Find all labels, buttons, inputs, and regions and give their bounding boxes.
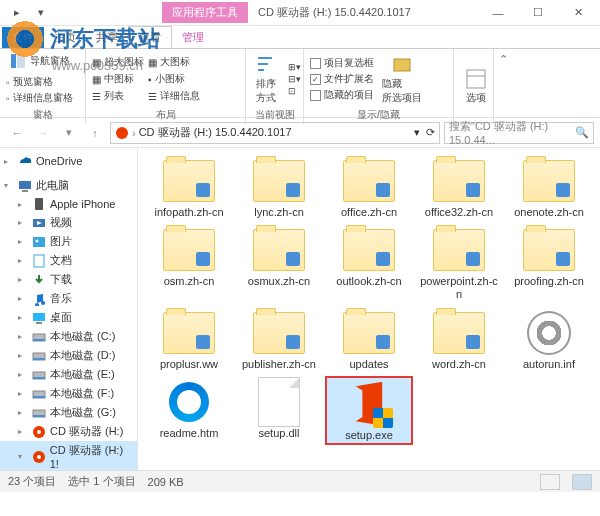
- file-item[interactable]: proplusr.ww: [146, 308, 232, 371]
- svg-rect-22: [33, 358, 45, 360]
- svg-point-30: [37, 430, 41, 434]
- close-button[interactable]: ✕: [558, 1, 598, 25]
- sidebar-item[interactable]: ▸下载: [0, 270, 137, 289]
- svg-rect-20: [33, 339, 45, 341]
- hide-selected-button[interactable]: 隐藏 所选项目: [378, 51, 426, 107]
- file-item[interactable]: word.zh-cn: [416, 308, 502, 371]
- svg-rect-5: [394, 59, 410, 71]
- sidebar-item[interactable]: ▸文档: [0, 251, 137, 270]
- svg-rect-4: [258, 69, 264, 71]
- svg-rect-6: [467, 70, 485, 88]
- checkbox-file-ext[interactable]: ✓文件扩展名: [310, 72, 374, 86]
- file-item[interactable]: osmux.zh-cn: [236, 225, 322, 301]
- file-list-area: infopath.zh-cnlync.zh-cnoffice.zh-cnoffi…: [138, 148, 600, 470]
- file-item[interactable]: autorun.inf: [506, 308, 592, 371]
- breadcrumb[interactable]: › CD 驱动器 (H:) 15.0.4420.1017 ▾ ⟳: [110, 122, 440, 144]
- file-item[interactable]: setup.dll: [236, 377, 322, 444]
- svg-rect-11: [35, 198, 43, 210]
- view-list[interactable]: ☰列表: [92, 89, 144, 103]
- svg-rect-0: [11, 54, 16, 68]
- file-item[interactable]: publisher.zh-cn: [236, 308, 322, 371]
- file-item[interactable]: office32.zh-cn: [416, 156, 502, 219]
- qat-dropdown-icon[interactable]: ▾: [30, 3, 52, 23]
- sidebar-item[interactable]: ▸音乐: [0, 289, 137, 308]
- view-medium[interactable]: ▦中图标: [92, 72, 144, 86]
- refresh-icon[interactable]: ⟳: [426, 126, 435, 139]
- sidebar-cd-drive-selected[interactable]: ▾ CD 驱动器 (H:) 1!: [0, 441, 137, 470]
- svg-rect-1: [17, 54, 25, 68]
- file-item[interactable]: onenote.zh-cn: [506, 156, 592, 219]
- file-item[interactable]: lync.zh-cn: [236, 156, 322, 219]
- svg-point-32: [37, 455, 41, 459]
- view-details[interactable]: ☰详细信息: [148, 89, 200, 103]
- breadcrumb-dropdown-icon[interactable]: ▾: [414, 126, 420, 139]
- forward-button[interactable]: →: [32, 122, 54, 144]
- sort-button[interactable]: 排序方式: [252, 51, 284, 107]
- preview-pane-button[interactable]: ▫预览窗格: [6, 75, 73, 89]
- recent-locations-icon[interactable]: ▾: [58, 122, 80, 144]
- back-button[interactable]: ←: [6, 122, 28, 144]
- tab-file[interactable]: 文件: [2, 27, 44, 48]
- file-item[interactable]: readme.htm: [146, 377, 232, 444]
- sidebar-item[interactable]: ▸本地磁盘 (E:): [0, 365, 137, 384]
- svg-rect-2: [258, 57, 272, 59]
- nav-pane-button[interactable]: 导航窗格: [6, 51, 74, 71]
- status-size: 209 KB: [148, 476, 184, 488]
- sidebar-item[interactable]: ▸CD 驱动器 (H:): [0, 422, 137, 441]
- status-item-count: 23 个项目: [8, 474, 56, 489]
- sidebar-item[interactable]: ▸图片: [0, 232, 137, 251]
- collapse-ribbon-icon[interactable]: ⌃: [494, 49, 512, 124]
- large-icons-view-icon[interactable]: [572, 474, 592, 490]
- svg-point-15: [36, 239, 39, 242]
- maximize-button[interactable]: ☐: [518, 1, 558, 25]
- sidebar-item[interactable]: ▸本地磁盘 (F:): [0, 384, 137, 403]
- svg-rect-9: [19, 181, 31, 189]
- sidebar-item[interactable]: ▸本地磁盘 (C:): [0, 327, 137, 346]
- sidebar-item[interactable]: ▸本地磁盘 (G:): [0, 403, 137, 422]
- options-button[interactable]: 选项: [460, 65, 492, 107]
- up-button[interactable]: ↑: [84, 122, 106, 144]
- sidebar-item[interactable]: ▸Apple iPhone: [0, 195, 137, 213]
- file-item[interactable]: outlook.zh-cn: [326, 225, 412, 301]
- file-item[interactable]: osm.zh-cn: [146, 225, 232, 301]
- svg-rect-18: [36, 322, 42, 324]
- sidebar-onedrive[interactable]: ▸ OneDrive: [0, 152, 137, 170]
- svg-rect-16: [34, 255, 44, 267]
- tab-share[interactable]: 共享: [86, 27, 128, 48]
- details-view-icon[interactable]: [540, 474, 560, 490]
- file-item[interactable]: office.zh-cn: [326, 156, 412, 219]
- svg-rect-26: [33, 396, 45, 398]
- sidebar-item[interactable]: ▸视频: [0, 213, 137, 232]
- checkbox-item-checkboxes[interactable]: 项目复选框: [310, 56, 374, 70]
- address-bar-row: ← → ▾ ↑ › CD 驱动器 (H:) 15.0.4420.1017 ▾ ⟳…: [0, 118, 600, 148]
- checkbox-hidden-items[interactable]: 隐藏的项目: [310, 88, 374, 102]
- minimize-button[interactable]: ―: [478, 1, 518, 25]
- file-item[interactable]: infopath.zh-cn: [146, 156, 232, 219]
- file-item[interactable]: setup.exe: [326, 377, 412, 444]
- file-item[interactable]: powerpoint.zh-cn: [416, 225, 502, 301]
- view-extra-large[interactable]: ▦超大图标: [92, 55, 144, 69]
- file-item[interactable]: proofing.zh-cn: [506, 225, 592, 301]
- search-input[interactable]: 搜索"CD 驱动器 (H:) 15.0.44... 🔍: [444, 122, 594, 144]
- qat-properties-icon[interactable]: ▸: [6, 3, 28, 23]
- svg-rect-14: [33, 237, 45, 247]
- sidebar-item[interactable]: ▸桌面: [0, 308, 137, 327]
- window-title: CD 驱动器 (H:) 15.0.4420.1017: [258, 5, 411, 20]
- svg-rect-24: [33, 377, 45, 379]
- svg-rect-17: [33, 313, 45, 321]
- sidebar-item[interactable]: ▸本地磁盘 (D:): [0, 346, 137, 365]
- contextual-tab-label: 应用程序工具: [162, 2, 248, 23]
- sidebar-this-pc[interactable]: ▾ 此电脑: [0, 176, 137, 195]
- status-bar: 23 个项目 选中 1 个项目 209 KB: [0, 470, 600, 492]
- tab-home[interactable]: 主页: [44, 27, 86, 48]
- search-icon: 🔍: [575, 126, 589, 139]
- view-small[interactable]: ▪小图标: [148, 72, 200, 86]
- status-selection: 选中 1 个项目: [68, 474, 135, 489]
- tab-manage[interactable]: 管理: [172, 27, 214, 48]
- details-pane-button[interactable]: ▫详细信息窗格: [6, 91, 73, 105]
- svg-rect-10: [22, 190, 28, 192]
- file-item[interactable]: updates: [326, 308, 412, 371]
- view-large[interactable]: ▦大图标: [148, 55, 200, 69]
- tab-view[interactable]: 查看: [128, 26, 172, 48]
- cd-icon: [115, 126, 129, 140]
